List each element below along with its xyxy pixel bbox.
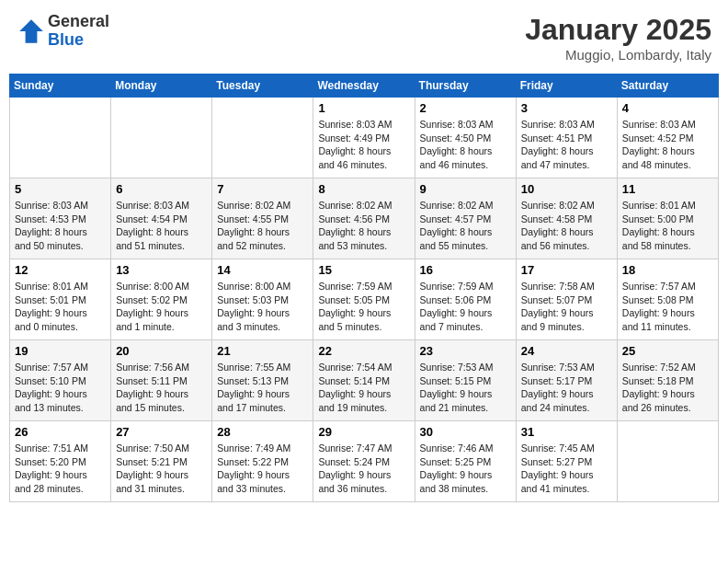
calendar-day-cell: 4Sunrise: 8:03 AM Sunset: 4:52 PM Daylig… xyxy=(617,98,718,178)
day-info: Sunrise: 8:00 AM Sunset: 5:02 PM Dayligh… xyxy=(116,280,207,334)
svg-marker-0 xyxy=(19,19,43,43)
calendar-day-cell: 21Sunrise: 7:55 AM Sunset: 5:13 PM Dayli… xyxy=(212,340,313,421)
calendar-day-cell: 8Sunrise: 8:02 AM Sunset: 4:56 PM Daylig… xyxy=(313,178,415,259)
calendar-day-cell xyxy=(617,421,718,502)
day-number: 8 xyxy=(318,182,409,196)
day-info: Sunrise: 7:53 AM Sunset: 5:15 PM Dayligh… xyxy=(420,361,511,415)
day-number: 21 xyxy=(217,344,308,358)
day-info: Sunrise: 7:55 AM Sunset: 5:13 PM Dayligh… xyxy=(217,361,308,415)
page-header: General Blue January 2025 Muggio, Lombar… xyxy=(9,9,719,66)
calendar-day-cell: 19Sunrise: 7:57 AM Sunset: 5:10 PM Dayli… xyxy=(10,340,111,421)
day-number: 30 xyxy=(420,425,511,439)
calendar-day-cell: 30Sunrise: 7:46 AM Sunset: 5:25 PM Dayli… xyxy=(415,421,516,502)
day-number: 25 xyxy=(622,344,713,358)
day-info: Sunrise: 8:03 AM Sunset: 4:54 PM Dayligh… xyxy=(116,199,207,253)
day-number: 13 xyxy=(116,263,207,277)
day-number: 12 xyxy=(15,263,106,277)
day-number: 9 xyxy=(420,182,511,196)
title-block: January 2025 Muggio, Lombardy, Italy xyxy=(525,13,711,63)
day-info: Sunrise: 8:00 AM Sunset: 5:03 PM Dayligh… xyxy=(217,280,308,334)
logo: General Blue xyxy=(17,13,109,50)
logo-icon xyxy=(17,17,46,46)
calendar-day-cell: 29Sunrise: 7:47 AM Sunset: 5:24 PM Dayli… xyxy=(313,421,415,502)
weekday-header: Tuesday xyxy=(212,75,313,98)
day-info: Sunrise: 7:57 AM Sunset: 5:10 PM Dayligh… xyxy=(15,361,106,415)
day-info: Sunrise: 8:03 AM Sunset: 4:49 PM Dayligh… xyxy=(318,118,409,172)
calendar-day-cell: 26Sunrise: 7:51 AM Sunset: 5:20 PM Dayli… xyxy=(10,421,111,502)
calendar-day-cell: 15Sunrise: 7:59 AM Sunset: 5:05 PM Dayli… xyxy=(313,259,415,340)
day-info: Sunrise: 8:02 AM Sunset: 4:57 PM Dayligh… xyxy=(420,199,511,253)
day-info: Sunrise: 8:03 AM Sunset: 4:53 PM Dayligh… xyxy=(15,199,106,253)
calendar-day-cell: 3Sunrise: 8:03 AM Sunset: 4:51 PM Daylig… xyxy=(516,98,617,178)
calendar-day-cell: 12Sunrise: 8:01 AM Sunset: 5:01 PM Dayli… xyxy=(10,259,111,340)
day-number: 17 xyxy=(521,263,612,277)
day-number: 31 xyxy=(521,425,612,439)
day-info: Sunrise: 7:50 AM Sunset: 5:21 PM Dayligh… xyxy=(116,442,207,496)
weekday-header: Friday xyxy=(516,75,617,98)
calendar-day-cell: 17Sunrise: 7:58 AM Sunset: 5:07 PM Dayli… xyxy=(516,259,617,340)
day-number: 16 xyxy=(420,263,511,277)
calendar-day-cell: 5Sunrise: 8:03 AM Sunset: 4:53 PM Daylig… xyxy=(10,178,111,259)
calendar-day-cell: 1Sunrise: 8:03 AM Sunset: 4:49 PM Daylig… xyxy=(313,98,415,178)
calendar-day-cell: 20Sunrise: 7:56 AM Sunset: 5:11 PM Dayli… xyxy=(111,340,212,421)
calendar-day-cell: 10Sunrise: 8:02 AM Sunset: 4:58 PM Dayli… xyxy=(516,178,617,259)
calendar-header: SundayMondayTuesdayWednesdayThursdayFrid… xyxy=(10,75,719,98)
calendar-day-cell: 27Sunrise: 7:50 AM Sunset: 5:21 PM Dayli… xyxy=(111,421,212,502)
weekday-header: Wednesday xyxy=(313,75,415,98)
calendar-day-cell: 11Sunrise: 8:01 AM Sunset: 5:00 PM Dayli… xyxy=(617,178,718,259)
day-number: 6 xyxy=(116,182,207,196)
day-number: 10 xyxy=(521,182,612,196)
month-title: January 2025 xyxy=(525,13,711,47)
weekday-header: Sunday xyxy=(10,75,111,98)
day-info: Sunrise: 7:51 AM Sunset: 5:20 PM Dayligh… xyxy=(15,442,106,496)
day-number: 14 xyxy=(217,263,308,277)
day-info: Sunrise: 8:02 AM Sunset: 4:55 PM Dayligh… xyxy=(217,199,308,253)
calendar-week-row: 26Sunrise: 7:51 AM Sunset: 5:20 PM Dayli… xyxy=(10,421,719,502)
logo-text: General Blue xyxy=(48,13,109,50)
calendar-day-cell: 28Sunrise: 7:49 AM Sunset: 5:22 PM Dayli… xyxy=(212,421,313,502)
calendar-week-row: 12Sunrise: 8:01 AM Sunset: 5:01 PM Dayli… xyxy=(10,259,719,340)
day-info: Sunrise: 8:01 AM Sunset: 5:01 PM Dayligh… xyxy=(15,280,106,334)
calendar-day-cell: 9Sunrise: 8:02 AM Sunset: 4:57 PM Daylig… xyxy=(415,178,516,259)
calendar-day-cell: 18Sunrise: 7:57 AM Sunset: 5:08 PM Dayli… xyxy=(617,259,718,340)
calendar-day-cell: 7Sunrise: 8:02 AM Sunset: 4:55 PM Daylig… xyxy=(212,178,313,259)
calendar-day-cell: 6Sunrise: 8:03 AM Sunset: 4:54 PM Daylig… xyxy=(111,178,212,259)
day-info: Sunrise: 7:59 AM Sunset: 5:05 PM Dayligh… xyxy=(318,280,409,334)
day-number: 11 xyxy=(622,182,713,196)
day-info: Sunrise: 8:03 AM Sunset: 4:50 PM Dayligh… xyxy=(420,118,511,172)
calendar-day-cell xyxy=(111,98,212,178)
day-number: 5 xyxy=(15,182,106,196)
calendar-week-row: 5Sunrise: 8:03 AM Sunset: 4:53 PM Daylig… xyxy=(10,178,719,259)
day-number: 7 xyxy=(217,182,308,196)
calendar-table: SundayMondayTuesdayWednesdayThursdayFrid… xyxy=(9,74,719,502)
day-info: Sunrise: 8:03 AM Sunset: 4:51 PM Dayligh… xyxy=(521,118,612,172)
day-info: Sunrise: 8:02 AM Sunset: 4:56 PM Dayligh… xyxy=(318,199,409,253)
day-info: Sunrise: 7:53 AM Sunset: 5:17 PM Dayligh… xyxy=(521,361,612,415)
day-number: 26 xyxy=(15,425,106,439)
day-number: 27 xyxy=(116,425,207,439)
day-number: 28 xyxy=(217,425,308,439)
day-info: Sunrise: 7:58 AM Sunset: 5:07 PM Dayligh… xyxy=(521,280,612,334)
logo-general: General xyxy=(48,13,109,31)
day-number: 23 xyxy=(420,344,511,358)
day-info: Sunrise: 7:47 AM Sunset: 5:24 PM Dayligh… xyxy=(318,442,409,496)
day-info: Sunrise: 7:46 AM Sunset: 5:25 PM Dayligh… xyxy=(420,442,511,496)
calendar-day-cell: 31Sunrise: 7:45 AM Sunset: 5:27 PM Dayli… xyxy=(516,421,617,502)
calendar-day-cell: 14Sunrise: 8:00 AM Sunset: 5:03 PM Dayli… xyxy=(212,259,313,340)
weekday-header: Monday xyxy=(111,75,212,98)
day-info: Sunrise: 7:59 AM Sunset: 5:06 PM Dayligh… xyxy=(420,280,511,334)
calendar-day-cell: 2Sunrise: 8:03 AM Sunset: 4:50 PM Daylig… xyxy=(415,98,516,178)
calendar-day-cell: 16Sunrise: 7:59 AM Sunset: 5:06 PM Dayli… xyxy=(415,259,516,340)
day-number: 4 xyxy=(622,101,713,115)
day-info: Sunrise: 8:01 AM Sunset: 5:00 PM Dayligh… xyxy=(622,199,713,253)
location: Muggio, Lombardy, Italy xyxy=(525,47,711,63)
calendar-week-row: 19Sunrise: 7:57 AM Sunset: 5:10 PM Dayli… xyxy=(10,340,719,421)
day-number: 20 xyxy=(116,344,207,358)
day-info: Sunrise: 7:57 AM Sunset: 5:08 PM Dayligh… xyxy=(622,280,713,334)
calendar-day-cell: 24Sunrise: 7:53 AM Sunset: 5:17 PM Dayli… xyxy=(516,340,617,421)
weekday-header: Saturday xyxy=(617,75,718,98)
day-info: Sunrise: 7:52 AM Sunset: 5:18 PM Dayligh… xyxy=(622,361,713,415)
day-number: 2 xyxy=(420,101,511,115)
calendar-body: 1Sunrise: 8:03 AM Sunset: 4:49 PM Daylig… xyxy=(10,98,719,502)
day-info: Sunrise: 8:02 AM Sunset: 4:58 PM Dayligh… xyxy=(521,199,612,253)
